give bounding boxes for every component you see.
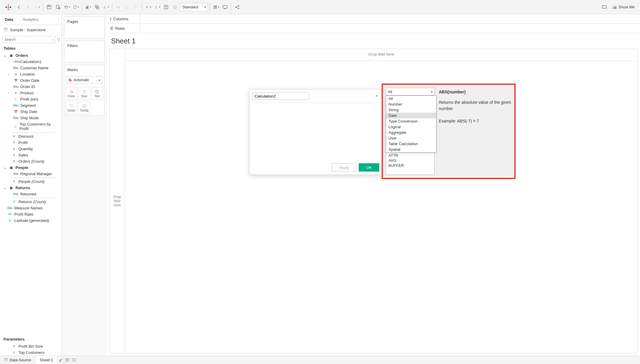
field-item[interactable]: ›⊕Location (0, 71, 60, 77)
table-header[interactable]: ⌄▦People (0, 164, 60, 171)
svg-rect-31 (614, 6, 615, 9)
drop-field-top[interactable]: Drop field here (369, 52, 394, 57)
sheet-title[interactable]: Sheet 1 (107, 33, 640, 49)
function-item[interactable]: ATTR (386, 153, 434, 158)
category-option[interactable]: Spatial (386, 147, 436, 152)
sort-asc-button[interactable] (123, 3, 131, 11)
rows-shelf[interactable] (140, 24, 640, 33)
tab-datasource[interactable]: Data Source (0, 356, 35, 364)
category-option[interactable]: Type Conversion (386, 118, 436, 124)
measure-item[interactable]: #Discount (0, 133, 60, 139)
forward-button[interactable] (24, 3, 32, 11)
field-item[interactable]: AbcRegional Manager (0, 171, 60, 177)
category-option[interactable]: String (386, 107, 436, 113)
svg-rect-7 (10, 6, 11, 8)
apply-button[interactable]: Apply (332, 163, 357, 172)
table-header[interactable]: ⌄▦Orders (0, 52, 60, 59)
close-icon[interactable]: × (374, 93, 379, 99)
share-button[interactable] (233, 3, 241, 11)
filter-icon[interactable]: ▽ (57, 37, 60, 42)
fit-select[interactable]: Standard (180, 3, 208, 11)
ok-button[interactable]: OK (359, 163, 379, 172)
field-item[interactable]: AbcShip Mode (0, 115, 60, 121)
clear-button[interactable]: ▾ (102, 3, 110, 11)
measure-item[interactable]: #People (Count) (0, 178, 60, 185)
filters-shelf[interactable]: Filters (64, 41, 104, 62)
field-item[interactable]: 📅Order Date (0, 77, 60, 84)
presentation-button[interactable] (221, 3, 229, 11)
save-button[interactable] (45, 3, 53, 11)
tab-data[interactable]: Data (0, 14, 18, 25)
field-item[interactable]: =#Profit Ratio (0, 211, 60, 217)
mark-detail[interactable]: Detail (65, 101, 77, 114)
field-item[interactable]: 📅Ship Date (0, 109, 60, 115)
mark-size[interactable]: Size (78, 87, 90, 100)
undo-dropdown[interactable]: ▾ (33, 3, 41, 11)
svg-rect-1 (7, 5, 9, 5)
datasource-icon (4, 27, 8, 32)
field-item[interactable]: AbcOrder ID (0, 84, 60, 90)
calculation-name-input[interactable] (252, 92, 309, 100)
pause-auto-updates-button[interactable]: ▾ (63, 3, 71, 11)
category-option[interactable]: Logical (386, 124, 436, 130)
refresh-button[interactable]: ▾ (72, 3, 80, 11)
calculation-editor[interactable] (249, 103, 382, 160)
highlight-button[interactable]: ▾ (144, 3, 152, 11)
category-option[interactable]: Date (386, 113, 436, 118)
measure-item[interactable]: #Quantity (0, 146, 60, 152)
field-item[interactable]: AbcSegment (0, 102, 60, 109)
category-option[interactable]: Table Calculation (386, 141, 436, 147)
collapse-sidebar-button[interactable]: ‹ (55, 14, 61, 25)
back-button[interactable] (15, 3, 23, 11)
new-sheet-icon[interactable] (57, 356, 64, 364)
measure-item[interactable]: #Orders (Count) (0, 158, 60, 164)
svg-rect-51 (60, 359, 61, 361)
new-datasource-button[interactable] (54, 3, 62, 11)
tab-analytics[interactable]: Analytics (18, 14, 43, 25)
totals-button[interactable] (162, 3, 170, 11)
sort-desc-button[interactable] (132, 3, 140, 11)
svg-point-40 (70, 92, 71, 93)
new-worksheet-button[interactable]: ▾ (84, 3, 92, 11)
field-item[interactable]: ›⊕Product (0, 90, 60, 96)
category-option[interactable]: Aggregate (386, 130, 436, 135)
mark-color[interactable]: Color (65, 87, 77, 100)
show-me-button[interactable]: Show Me (609, 5, 638, 10)
group-button[interactable]: ▾ (153, 3, 161, 11)
mark-type-select[interactable]: Automatic (66, 76, 102, 84)
drop-field-left[interactable]: Drop field here (110, 49, 125, 353)
mark-tooltip[interactable]: Tooltip (78, 101, 90, 114)
measure-item[interactable]: #Returns (Count) (0, 199, 60, 205)
swap-button[interactable] (114, 3, 122, 11)
parameter-item[interactable]: #Top Customers (0, 349, 61, 356)
datasource-item[interactable]: Sample - Superstore (0, 25, 61, 35)
category-option[interactable]: User (386, 135, 436, 141)
search-input[interactable] (2, 36, 56, 43)
new-story-icon[interactable] (71, 356, 77, 364)
pages-shelf[interactable]: Pages (64, 17, 104, 38)
field-item[interactable]: ⫿Profit (bin) (0, 96, 60, 102)
table-header[interactable]: ⌄▦Returns (0, 185, 60, 191)
duplicate-button[interactable] (93, 3, 101, 11)
category-option[interactable]: All (386, 96, 436, 101)
field-item[interactable]: AbcMeasure Names (0, 205, 60, 211)
measure-item[interactable]: #Profit (0, 139, 60, 146)
function-item[interactable]: AVG (386, 158, 434, 163)
mark-text[interactable]: Text (91, 87, 103, 100)
columns-shelf[interactable] (140, 14, 640, 23)
tab-sheet1[interactable]: Sheet 1 (35, 356, 57, 364)
category-option[interactable]: Number (386, 101, 436, 107)
favorite-button[interactable] (171, 3, 179, 11)
field-item[interactable]: ⊕Latitude (generated) (0, 217, 60, 224)
function-category-select[interactable]: All (386, 88, 435, 95)
field-item[interactable]: ⊖Top Customers by Profit (0, 121, 60, 132)
parameter-item[interactable]: #Profit Bin Size (0, 343, 61, 349)
field-item[interactable]: =AbcCalculation1 (0, 59, 60, 65)
presentation-mode-button[interactable] (600, 3, 608, 11)
show-hide-cards-button[interactable]: ▾ (212, 3, 220, 11)
field-item[interactable]: AbcReturned (0, 191, 60, 197)
function-item[interactable]: BUFFER (386, 163, 434, 168)
field-item[interactable]: AbcCustomer Name (0, 65, 60, 71)
new-dashboard-icon[interactable] (64, 356, 71, 364)
measure-item[interactable]: #Sales (0, 152, 60, 158)
